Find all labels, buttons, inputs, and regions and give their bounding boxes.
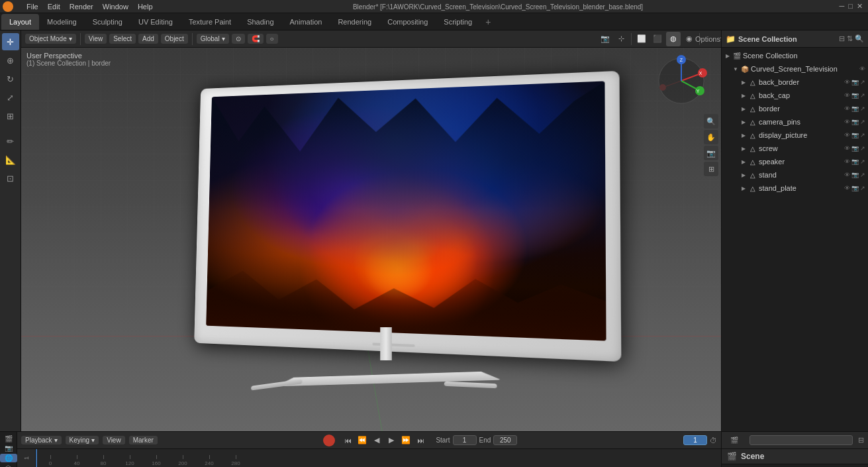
tree-item-speaker[interactable]: ▶ △ speaker 👁 📷 ↗ bbox=[722, 155, 868, 168]
tree-item-camera-pins[interactable]: ▶ △ camera_pins 👁 📷 ↗ bbox=[722, 115, 868, 129]
step-forward-button[interactable]: ⏩ bbox=[400, 435, 412, 446]
render-icon[interactable]: 📷 bbox=[851, 92, 859, 99]
tab-rendering[interactable]: Rendering bbox=[330, 14, 379, 30]
move-tool[interactable]: ⊕ bbox=[2, 52, 19, 69]
select-icon[interactable]: ↗ bbox=[860, 145, 865, 152]
snap-btn[interactable]: 🧲 bbox=[248, 34, 264, 44]
solid-mode[interactable]: ⬛ bbox=[650, 32, 665, 46]
viewport-camera-icon[interactable]: 📷 bbox=[598, 32, 612, 46]
annotate-tool[interactable]: ✏ bbox=[2, 132, 19, 150]
tab-shading[interactable]: Shading bbox=[239, 14, 281, 30]
vis-icon[interactable]: 👁 bbox=[844, 119, 850, 125]
step-back-button[interactable]: ⏪ bbox=[356, 435, 368, 446]
select-icon[interactable]: ↗ bbox=[860, 172, 865, 178]
playhead[interactable] bbox=[36, 449, 37, 467]
menu-window[interactable]: Window bbox=[99, 0, 132, 13]
tab-modeling[interactable]: Modeling bbox=[39, 14, 85, 30]
add-workspace-button[interactable]: + bbox=[480, 17, 496, 27]
render-icon[interactable]: 📷 bbox=[851, 132, 859, 138]
render-icon[interactable]: 📷 bbox=[851, 79, 859, 85]
close-button[interactable]: ✕ bbox=[857, 2, 863, 11]
vis-icon[interactable]: 👁 bbox=[844, 172, 850, 178]
tab-sculpting[interactable]: Sculpting bbox=[85, 14, 130, 30]
world-props-icon[interactable]: 🌐 bbox=[0, 454, 17, 462]
render-mode[interactable]: ◉ bbox=[682, 32, 697, 46]
maximize-button[interactable]: □ bbox=[848, 2, 853, 11]
tree-item-root-object[interactable]: ▼ 📦 Curved_Screen_Television 👁 bbox=[722, 62, 868, 76]
select-icon[interactable]: ↗ bbox=[860, 79, 865, 85]
select-icon[interactable]: ↗ bbox=[860, 132, 865, 138]
vis-icon[interactable]: 👁 bbox=[844, 105, 850, 112]
visibility-icon[interactable]: 👁 bbox=[859, 66, 865, 72]
tree-item-stand[interactable]: ▶ △ stand 👁 📷 ↗ bbox=[722, 168, 868, 182]
menu-edit[interactable]: Edit bbox=[44, 0, 64, 13]
view-menu-tl[interactable]: View bbox=[103, 436, 125, 444]
search-icon[interactable]: 🔍 bbox=[855, 34, 864, 43]
viewport-cursor-icon[interactable]: ⊹ bbox=[614, 32, 628, 46]
search-viewport-icon[interactable]: 🔍 bbox=[704, 114, 718, 129]
select-icon[interactable]: ↗ bbox=[860, 105, 865, 112]
proportional-edit[interactable]: ○ bbox=[266, 34, 278, 44]
hand-pan-icon[interactable]: ✋ bbox=[704, 130, 718, 144]
select-icon[interactable]: ↗ bbox=[860, 185, 865, 191]
navigation-gizmo[interactable]: X Y Z bbox=[655, 54, 708, 107]
vis-icon[interactable]: 👁 bbox=[844, 132, 850, 138]
select-icon[interactable]: ↗ bbox=[860, 158, 865, 165]
tree-item-screw[interactable]: ▶ △ screw 👁 📷 ↗ bbox=[722, 142, 868, 155]
object-mode-dropdown[interactable]: Object Mode ▾ bbox=[25, 34, 76, 44]
keying-menu[interactable]: Keying▾ bbox=[66, 436, 99, 444]
tree-item-scene-collection[interactable]: ▶ 🎬 Scene Collection bbox=[722, 49, 868, 62]
jump-start-button[interactable]: ⏮ bbox=[342, 435, 354, 446]
tree-item-back-cap[interactable]: ▶ △ back_cap 👁 📷 ↗ bbox=[722, 89, 868, 102]
view-menu[interactable]: View bbox=[85, 34, 107, 44]
measure-tool[interactable]: 📐 bbox=[2, 151, 19, 168]
tree-item-back-border[interactable]: ▶ △ back_border 👁 📷 ↗ bbox=[722, 76, 868, 89]
options-btn[interactable]: Options ▾ bbox=[702, 32, 717, 46]
transform-tool[interactable]: ⊞ bbox=[2, 107, 19, 125]
vis-icon[interactable]: 👁 bbox=[844, 158, 850, 165]
tab-scripting[interactable]: Scripting bbox=[436, 14, 480, 30]
tree-item-display-picture[interactable]: ▶ △ display_picture 👁 📷 ↗ bbox=[722, 129, 868, 142]
tree-item-stand-plate[interactable]: ▶ △ stand_plate 👁 📷 ↗ bbox=[722, 182, 868, 195]
render-icon[interactable]: 📷 bbox=[851, 145, 859, 152]
vis-icon[interactable]: 👁 bbox=[844, 92, 850, 99]
render-props-icon[interactable]: 📷 bbox=[0, 444, 17, 453]
playback-menu[interactable]: Playback▾ bbox=[21, 436, 62, 444]
grid-display-icon[interactable]: ⊞ bbox=[704, 162, 718, 176]
add-object-tool[interactable]: ⊡ bbox=[2, 170, 19, 187]
render-icon[interactable]: 📷 bbox=[851, 172, 859, 178]
scene-tab-icon[interactable]: 🎬 bbox=[726, 432, 743, 449]
cursor-tool[interactable]: ✛ bbox=[2, 33, 19, 50]
start-frame-input[interactable] bbox=[453, 435, 477, 445]
add-menu[interactable]: Add bbox=[138, 34, 158, 44]
menu-file[interactable]: File bbox=[23, 0, 42, 13]
select-icon[interactable]: ↗ bbox=[860, 119, 865, 125]
tab-layout[interactable]: Layout bbox=[1, 14, 39, 30]
select-icon[interactable]: ↗ bbox=[860, 92, 865, 99]
menu-render[interactable]: Render bbox=[66, 0, 97, 13]
timeline-ruler[interactable]: 1 0 40 80 120 160 bbox=[17, 449, 721, 467]
vis-icon[interactable]: 👁 bbox=[844, 79, 850, 85]
tab-animation[interactable]: Animation bbox=[282, 14, 330, 30]
render-icon[interactable]: 📷 bbox=[851, 119, 859, 125]
play-reverse-button[interactable]: ◀ bbox=[371, 435, 383, 446]
current-frame-input[interactable] bbox=[683, 435, 707, 445]
transform-pivot[interactable]: ⊙ bbox=[232, 34, 245, 44]
render-icon[interactable]: 📷 bbox=[851, 105, 859, 112]
props-filter-icon[interactable]: ⊟ bbox=[858, 436, 864, 444]
wireframe-mode[interactable]: ⬜ bbox=[634, 32, 649, 46]
viewport-shading-global[interactable]: Global ▾ bbox=[197, 34, 229, 44]
object-props-icon[interactable]: ⬡ bbox=[0, 464, 17, 467]
filter-icon[interactable]: ⊟ bbox=[839, 34, 845, 43]
camera-view-icon[interactable]: 📷 bbox=[704, 146, 718, 160]
tab-uv-editing[interactable]: UV Editing bbox=[130, 14, 181, 30]
render-icon[interactable]: 📷 bbox=[851, 158, 859, 165]
marker-menu[interactable]: Marker bbox=[129, 436, 158, 444]
timeline-record-button[interactable] bbox=[323, 435, 335, 446]
object-menu[interactable]: Object bbox=[161, 34, 188, 44]
tree-item-border[interactable]: ▶ △ border 👁 📷 ↗ bbox=[722, 102, 868, 115]
render-icon[interactable]: 📷 bbox=[851, 185, 859, 191]
play-button[interactable]: ▶ bbox=[385, 435, 397, 446]
scale-tool[interactable]: ⤢ bbox=[2, 89, 19, 106]
vis-icon[interactable]: 👁 bbox=[844, 185, 850, 191]
